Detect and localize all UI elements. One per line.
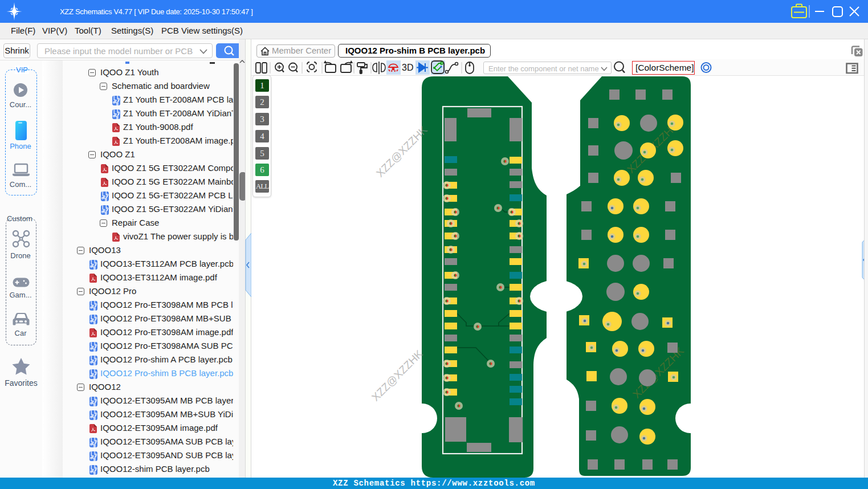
svg-text:XZZ@XZZHK: XZZ@XZZHK: [374, 124, 430, 180]
svg-text:XZZ@XZZHK: XZZ@XZZHK: [369, 348, 425, 404]
svg-text:3D: 3D: [402, 63, 413, 72]
